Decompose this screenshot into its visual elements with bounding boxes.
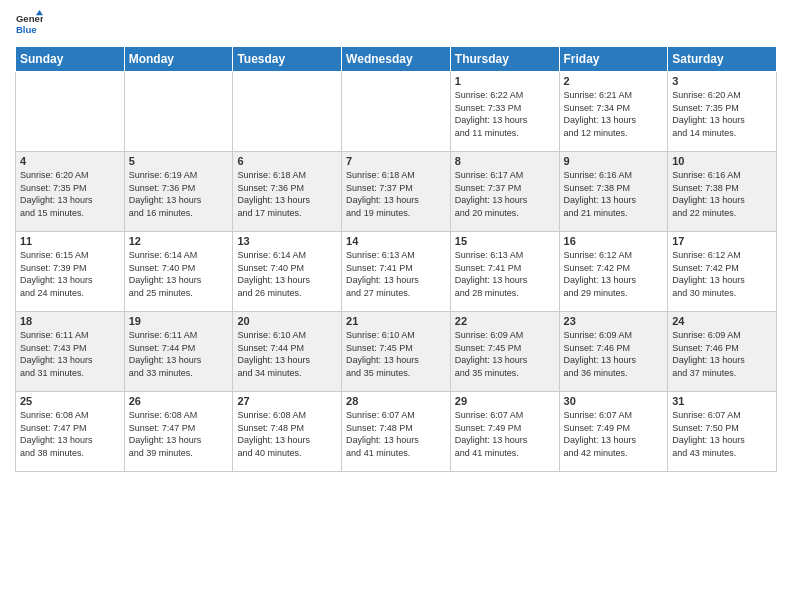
day-info: Sunrise: 6:22 AM Sunset: 7:33 PM Dayligh… (455, 89, 555, 139)
day-info: Sunrise: 6:20 AM Sunset: 7:35 PM Dayligh… (672, 89, 772, 139)
day-number: 21 (346, 315, 446, 327)
day-info: Sunrise: 6:15 AM Sunset: 7:39 PM Dayligh… (20, 249, 120, 299)
day-number: 27 (237, 395, 337, 407)
calendar-cell: 2Sunrise: 6:21 AM Sunset: 7:34 PM Daylig… (559, 72, 668, 152)
day-number: 31 (672, 395, 772, 407)
day-number: 30 (564, 395, 664, 407)
day-info: Sunrise: 6:14 AM Sunset: 7:40 PM Dayligh… (129, 249, 229, 299)
calendar-cell: 17Sunrise: 6:12 AM Sunset: 7:42 PM Dayli… (668, 232, 777, 312)
calendar-cell: 18Sunrise: 6:11 AM Sunset: 7:43 PM Dayli… (16, 312, 125, 392)
day-info: Sunrise: 6:07 AM Sunset: 7:48 PM Dayligh… (346, 409, 446, 459)
day-info: Sunrise: 6:11 AM Sunset: 7:44 PM Dayligh… (129, 329, 229, 379)
day-info: Sunrise: 6:20 AM Sunset: 7:35 PM Dayligh… (20, 169, 120, 219)
day-info: Sunrise: 6:09 AM Sunset: 7:46 PM Dayligh… (672, 329, 772, 379)
calendar-cell: 20Sunrise: 6:10 AM Sunset: 7:44 PM Dayli… (233, 312, 342, 392)
day-number: 8 (455, 155, 555, 167)
day-info: Sunrise: 6:08 AM Sunset: 7:48 PM Dayligh… (237, 409, 337, 459)
calendar-cell: 9Sunrise: 6:16 AM Sunset: 7:38 PM Daylig… (559, 152, 668, 232)
calendar-cell: 16Sunrise: 6:12 AM Sunset: 7:42 PM Dayli… (559, 232, 668, 312)
calendar-cell: 19Sunrise: 6:11 AM Sunset: 7:44 PM Dayli… (124, 312, 233, 392)
day-number: 19 (129, 315, 229, 327)
calendar-cell (124, 72, 233, 152)
day-number: 1 (455, 75, 555, 87)
day-info: Sunrise: 6:13 AM Sunset: 7:41 PM Dayligh… (455, 249, 555, 299)
calendar-cell: 5Sunrise: 6:19 AM Sunset: 7:36 PM Daylig… (124, 152, 233, 232)
logo: General Blue (15, 10, 43, 38)
day-number: 5 (129, 155, 229, 167)
calendar-cell: 14Sunrise: 6:13 AM Sunset: 7:41 PM Dayli… (342, 232, 451, 312)
calendar-cell: 7Sunrise: 6:18 AM Sunset: 7:37 PM Daylig… (342, 152, 451, 232)
day-number: 23 (564, 315, 664, 327)
calendar-week-5: 25Sunrise: 6:08 AM Sunset: 7:47 PM Dayli… (16, 392, 777, 472)
calendar-table: SundayMondayTuesdayWednesdayThursdayFrid… (15, 46, 777, 472)
calendar-cell: 6Sunrise: 6:18 AM Sunset: 7:36 PM Daylig… (233, 152, 342, 232)
calendar-week-2: 4Sunrise: 6:20 AM Sunset: 7:35 PM Daylig… (16, 152, 777, 232)
calendar-week-3: 11Sunrise: 6:15 AM Sunset: 7:39 PM Dayli… (16, 232, 777, 312)
calendar-cell: 21Sunrise: 6:10 AM Sunset: 7:45 PM Dayli… (342, 312, 451, 392)
calendar-week-4: 18Sunrise: 6:11 AM Sunset: 7:43 PM Dayli… (16, 312, 777, 392)
calendar-cell: 8Sunrise: 6:17 AM Sunset: 7:37 PM Daylig… (450, 152, 559, 232)
weekday-header-row: SundayMondayTuesdayWednesdayThursdayFrid… (16, 47, 777, 72)
day-info: Sunrise: 6:12 AM Sunset: 7:42 PM Dayligh… (564, 249, 664, 299)
day-info: Sunrise: 6:10 AM Sunset: 7:45 PM Dayligh… (346, 329, 446, 379)
day-number: 25 (20, 395, 120, 407)
day-info: Sunrise: 6:08 AM Sunset: 7:47 PM Dayligh… (20, 409, 120, 459)
day-number: 24 (672, 315, 772, 327)
calendar-cell: 4Sunrise: 6:20 AM Sunset: 7:35 PM Daylig… (16, 152, 125, 232)
weekday-header-friday: Friday (559, 47, 668, 72)
day-info: Sunrise: 6:17 AM Sunset: 7:37 PM Dayligh… (455, 169, 555, 219)
day-number: 16 (564, 235, 664, 247)
calendar-cell: 26Sunrise: 6:08 AM Sunset: 7:47 PM Dayli… (124, 392, 233, 472)
day-number: 29 (455, 395, 555, 407)
calendar-cell: 23Sunrise: 6:09 AM Sunset: 7:46 PM Dayli… (559, 312, 668, 392)
weekday-header-sunday: Sunday (16, 47, 125, 72)
calendar-cell: 29Sunrise: 6:07 AM Sunset: 7:49 PM Dayli… (450, 392, 559, 472)
calendar-cell: 1Sunrise: 6:22 AM Sunset: 7:33 PM Daylig… (450, 72, 559, 152)
calendar-cell: 15Sunrise: 6:13 AM Sunset: 7:41 PM Dayli… (450, 232, 559, 312)
day-number: 18 (20, 315, 120, 327)
day-info: Sunrise: 6:11 AM Sunset: 7:43 PM Dayligh… (20, 329, 120, 379)
day-info: Sunrise: 6:18 AM Sunset: 7:36 PM Dayligh… (237, 169, 337, 219)
day-number: 17 (672, 235, 772, 247)
calendar-cell: 28Sunrise: 6:07 AM Sunset: 7:48 PM Dayli… (342, 392, 451, 472)
calendar-cell: 25Sunrise: 6:08 AM Sunset: 7:47 PM Dayli… (16, 392, 125, 472)
day-number: 15 (455, 235, 555, 247)
calendar-cell: 3Sunrise: 6:20 AM Sunset: 7:35 PM Daylig… (668, 72, 777, 152)
day-info: Sunrise: 6:18 AM Sunset: 7:37 PM Dayligh… (346, 169, 446, 219)
day-info: Sunrise: 6:09 AM Sunset: 7:45 PM Dayligh… (455, 329, 555, 379)
day-info: Sunrise: 6:14 AM Sunset: 7:40 PM Dayligh… (237, 249, 337, 299)
weekday-header-wednesday: Wednesday (342, 47, 451, 72)
day-info: Sunrise: 6:07 AM Sunset: 7:49 PM Dayligh… (564, 409, 664, 459)
day-info: Sunrise: 6:21 AM Sunset: 7:34 PM Dayligh… (564, 89, 664, 139)
calendar-cell: 22Sunrise: 6:09 AM Sunset: 7:45 PM Dayli… (450, 312, 559, 392)
day-number: 2 (564, 75, 664, 87)
day-info: Sunrise: 6:08 AM Sunset: 7:47 PM Dayligh… (129, 409, 229, 459)
day-info: Sunrise: 6:13 AM Sunset: 7:41 PM Dayligh… (346, 249, 446, 299)
day-number: 20 (237, 315, 337, 327)
calendar-cell: 12Sunrise: 6:14 AM Sunset: 7:40 PM Dayli… (124, 232, 233, 312)
calendar-week-1: 1Sunrise: 6:22 AM Sunset: 7:33 PM Daylig… (16, 72, 777, 152)
day-number: 4 (20, 155, 120, 167)
day-number: 14 (346, 235, 446, 247)
day-number: 9 (564, 155, 664, 167)
calendar-cell: 24Sunrise: 6:09 AM Sunset: 7:46 PM Dayli… (668, 312, 777, 392)
calendar-cell: 31Sunrise: 6:07 AM Sunset: 7:50 PM Dayli… (668, 392, 777, 472)
day-number: 6 (237, 155, 337, 167)
page-header: General Blue (15, 10, 777, 38)
day-number: 26 (129, 395, 229, 407)
day-info: Sunrise: 6:16 AM Sunset: 7:38 PM Dayligh… (564, 169, 664, 219)
day-info: Sunrise: 6:07 AM Sunset: 7:50 PM Dayligh… (672, 409, 772, 459)
day-info: Sunrise: 6:19 AM Sunset: 7:36 PM Dayligh… (129, 169, 229, 219)
weekday-header-thursday: Thursday (450, 47, 559, 72)
calendar-cell (16, 72, 125, 152)
day-number: 3 (672, 75, 772, 87)
calendar-cell: 30Sunrise: 6:07 AM Sunset: 7:49 PM Dayli… (559, 392, 668, 472)
day-number: 7 (346, 155, 446, 167)
day-number: 10 (672, 155, 772, 167)
calendar-cell (233, 72, 342, 152)
day-info: Sunrise: 6:09 AM Sunset: 7:46 PM Dayligh… (564, 329, 664, 379)
day-info: Sunrise: 6:10 AM Sunset: 7:44 PM Dayligh… (237, 329, 337, 379)
calendar-cell: 10Sunrise: 6:16 AM Sunset: 7:38 PM Dayli… (668, 152, 777, 232)
day-number: 22 (455, 315, 555, 327)
day-info: Sunrise: 6:07 AM Sunset: 7:49 PM Dayligh… (455, 409, 555, 459)
